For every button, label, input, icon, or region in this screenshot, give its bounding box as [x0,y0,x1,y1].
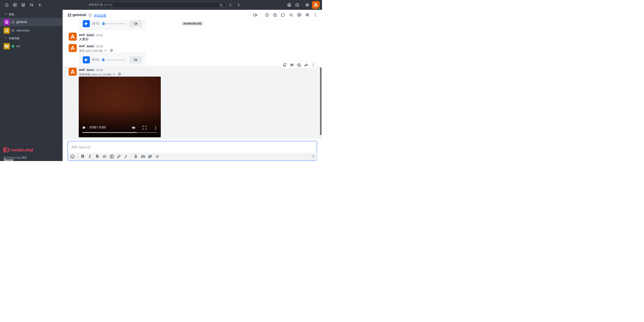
svg-text:rocket.chat: rocket.chat [11,148,33,152]
